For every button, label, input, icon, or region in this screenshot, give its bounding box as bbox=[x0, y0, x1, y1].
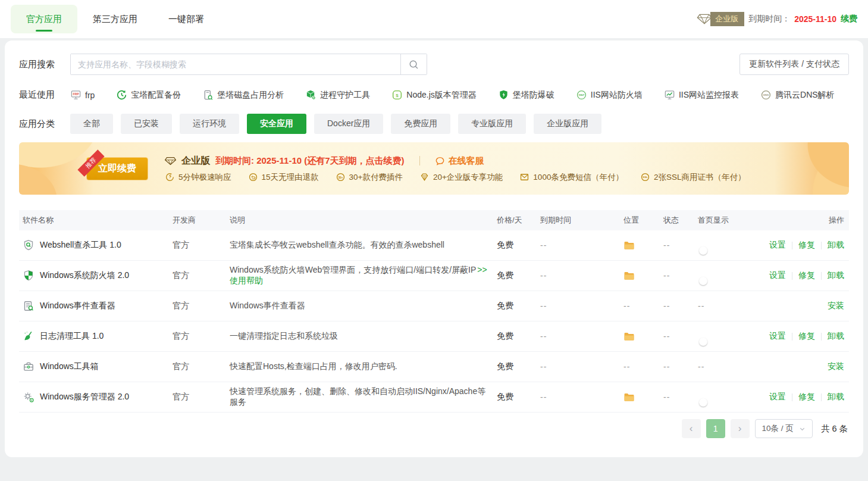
tab-third-party-apps[interactable]: 第三方应用 bbox=[77, 5, 153, 33]
action-0-link[interactable]: 安装 bbox=[828, 361, 844, 372]
action-1-link[interactable]: 修复 bbox=[798, 270, 815, 281]
recent-app[interactable]: 进程守护工具 bbox=[305, 89, 370, 101]
location-cell bbox=[620, 241, 660, 250]
action-1-link[interactable]: 修复 bbox=[798, 392, 815, 402]
action-0-link[interactable]: 设置 bbox=[769, 392, 786, 402]
developer: 官方 bbox=[169, 270, 226, 281]
tab-official-apps[interactable]: 官方应用 bbox=[11, 5, 77, 33]
price: 免费 bbox=[493, 392, 537, 402]
ssl-icon: SSL bbox=[640, 172, 650, 182]
recent-app-label: Node.js版本管理器 bbox=[406, 90, 476, 101]
description-text: 一键清理指定日志和系统垃圾 bbox=[230, 331, 338, 341]
category-0[interactable]: 全部 bbox=[70, 114, 113, 134]
software-name[interactable]: Windows系统防火墙 2.0 bbox=[19, 270, 169, 282]
status-cell: -- bbox=[660, 362, 694, 371]
tab-one-click-deploy[interactable]: 一键部署 bbox=[153, 5, 220, 33]
expire-label: 到期时间： bbox=[748, 14, 790, 24]
prev-page-button[interactable]: ‹ bbox=[682, 419, 701, 438]
table-row: Webshell查杀工具 1.0官方宝塔集成长亭牧云webshell查杀功能。有… bbox=[19, 230, 849, 261]
action-2-link[interactable]: 卸载 bbox=[828, 240, 844, 251]
recent-app[interactable]: FRPfrp bbox=[70, 89, 95, 101]
search-box bbox=[70, 54, 427, 75]
price: 免费 bbox=[493, 240, 537, 251]
banner-edition: 企业版 bbox=[181, 155, 210, 167]
category-2[interactable]: 运行环境 bbox=[180, 114, 239, 134]
speed-icon bbox=[165, 172, 175, 182]
category-7[interactable]: 企业版应用 bbox=[534, 114, 601, 134]
software-name-label: Windows事件查看器 bbox=[40, 301, 115, 311]
banner-feature-label: 1000条免费短信（年付） bbox=[533, 172, 623, 183]
action-1-link[interactable]: 修复 bbox=[798, 240, 815, 251]
developer: 官方 bbox=[169, 331, 226, 342]
svg-text:30+: 30+ bbox=[338, 176, 343, 179]
description-text: 快速管理系统服务，创建、删除、修改和自动启动IIS/Nginx/Apache等服… bbox=[230, 386, 485, 407]
developer: 官方 bbox=[169, 240, 226, 251]
recent-app[interactable]: IIS网站监控报表 bbox=[664, 89, 739, 101]
category-1[interactable]: 已安装 bbox=[121, 114, 172, 134]
recent-app[interactable]: SNode.js版本管理器 bbox=[391, 89, 476, 101]
search-button[interactable] bbox=[400, 54, 427, 74]
banner-feature: 5分钟极速响应 bbox=[165, 172, 231, 183]
banner-features: 5分钟极速响应15天无理由退款30+30+款付费插件20+企业版专享功能1000… bbox=[165, 172, 745, 183]
software-name[interactable]: Windows服务管理器 2.0 bbox=[19, 391, 169, 403]
table-header: 软件名称 开发商 说明 价格/天 到期时间 位置 状态 首页显示 操作 bbox=[19, 210, 849, 230]
expire-time: -- bbox=[537, 332, 620, 341]
action-0-link[interactable]: 设置 bbox=[769, 240, 786, 251]
update-software-list-button[interactable]: 更新软件列表 / 支付状态 bbox=[739, 54, 849, 75]
developer: 官方 bbox=[169, 301, 226, 311]
svg-text:WAF: WAF bbox=[578, 93, 584, 96]
software-name[interactable]: Windows事件查看器 bbox=[19, 300, 169, 312]
edition-badge: 企业版 bbox=[710, 12, 744, 26]
homepage-empty: -- bbox=[698, 301, 704, 311]
status-cell: -- bbox=[660, 392, 694, 402]
recent-app-label: 宝塔配置备份 bbox=[131, 90, 181, 101]
homepage-empty: -- bbox=[698, 362, 704, 371]
svg-text:FRP: FRP bbox=[73, 92, 79, 96]
recent-app[interactable]: 宝塔配置备份 bbox=[116, 89, 181, 101]
renew-now-button[interactable]: 推荐 立即续费 bbox=[86, 157, 148, 180]
action-2-link[interactable]: 卸载 bbox=[828, 331, 844, 342]
recent-app[interactable]: DNS腾讯云DNS解析 bbox=[760, 89, 835, 101]
action-0-link[interactable]: 安装 bbox=[828, 301, 844, 311]
search-input[interactable] bbox=[71, 54, 400, 74]
recent-app[interactable]: 堡塔防爆破 bbox=[498, 89, 554, 101]
table-row: 日志清理工具 1.0官方一键清理指定日志和系统垃圾免费----设置修复卸载 bbox=[19, 321, 849, 352]
pagination: ‹ 1 › 10条 / 页 共 6 条 bbox=[19, 419, 849, 438]
expire-time: -- bbox=[537, 362, 620, 371]
banner-expire-text[interactable]: 到期时间: 2025-11-10 (还有7天到期，点击续费) bbox=[215, 155, 405, 167]
category-5[interactable]: 免费应用 bbox=[391, 114, 450, 134]
description-text: 快速配置Hosts,检查端口占用，修改用户密码. bbox=[230, 361, 397, 371]
folder-icon[interactable] bbox=[623, 241, 660, 250]
page-size-select[interactable]: 10条 / 页 bbox=[755, 419, 813, 438]
svg-text:SSL: SSL bbox=[643, 176, 648, 179]
action-1-link[interactable]: 修复 bbox=[798, 331, 815, 342]
folder-icon[interactable] bbox=[623, 393, 660, 402]
software-name[interactable]: Webshell查杀工具 1.0 bbox=[19, 239, 169, 251]
actions-cell: 设置修复卸载 bbox=[760, 392, 849, 402]
online-support-link[interactable]: 在线客服 bbox=[435, 155, 484, 167]
software-name[interactable]: Windows工具箱 bbox=[19, 361, 169, 373]
frp-icon: FRP bbox=[70, 89, 82, 101]
recent-app[interactable]: 堡塔磁盘占用分析 bbox=[202, 89, 284, 101]
action-2-link[interactable]: 卸载 bbox=[828, 392, 844, 402]
action-0-link[interactable]: 设置 bbox=[769, 331, 786, 342]
process-guard-icon bbox=[305, 89, 317, 101]
location-empty: -- bbox=[623, 362, 630, 371]
action-divider bbox=[792, 333, 792, 341]
category-4[interactable]: Docker应用 bbox=[314, 114, 383, 134]
category-security-active[interactable]: 安全应用 bbox=[247, 114, 306, 134]
banner-feature: 1000条免费短信（年付） bbox=[519, 172, 623, 183]
page-1-button[interactable]: 1 bbox=[706, 419, 725, 438]
actions-cell: 设置修复卸载 bbox=[760, 240, 849, 251]
folder-icon[interactable] bbox=[623, 271, 660, 280]
actions-cell: 设置修复卸载 bbox=[760, 270, 849, 281]
action-0-link[interactable]: 设置 bbox=[769, 270, 786, 281]
next-page-button[interactable]: › bbox=[731, 419, 750, 438]
folder-icon[interactable] bbox=[623, 332, 660, 341]
renew-link[interactable]: 续费 bbox=[841, 14, 857, 24]
action-divider bbox=[821, 393, 822, 401]
action-2-link[interactable]: 卸载 bbox=[828, 270, 844, 281]
category-6[interactable]: 专业版应用 bbox=[458, 114, 526, 134]
recent-app[interactable]: WAFIIS网站防火墙 bbox=[576, 89, 643, 101]
software-name[interactable]: 日志清理工具 1.0 bbox=[19, 330, 169, 342]
